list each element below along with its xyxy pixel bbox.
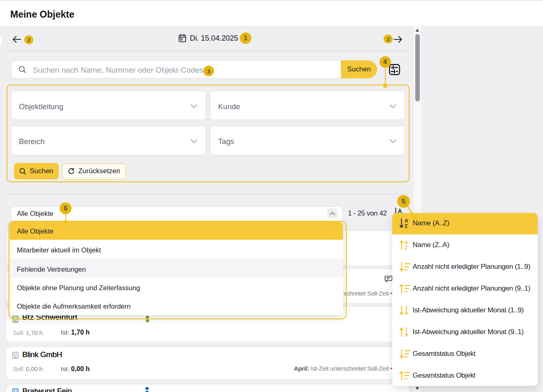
svg-text:1: 1 [405,305,408,311]
svg-text:9: 9 [405,332,408,338]
svg-text:Z: Z [405,223,407,229]
svg-text:A: A [405,240,408,245]
svg-text:1: 1 [405,327,408,332]
svg-text:9: 9 [405,310,408,316]
svg-text:A: A [398,208,402,214]
svg-text:Z: Z [405,245,407,251]
